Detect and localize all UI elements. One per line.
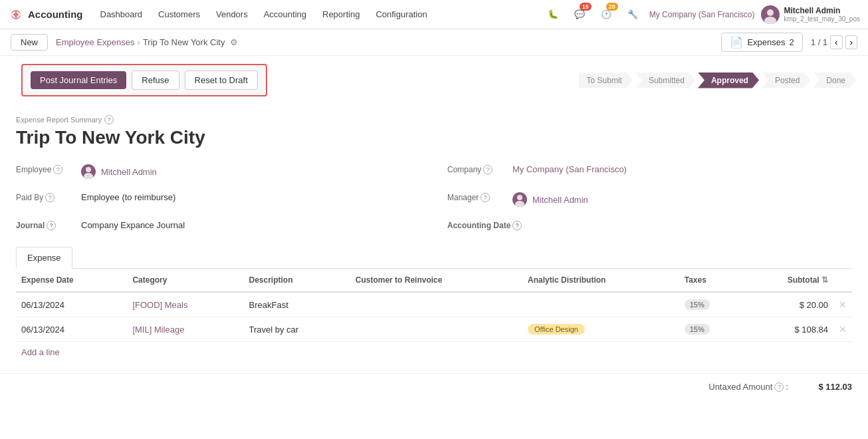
- row2-analytic-badge[interactable]: Office Design: [528, 324, 585, 335]
- user-menu[interactable]: Mitchell Admin kmp_2_test_may_30_pos: [761, 5, 860, 24]
- manager-avatar: [512, 192, 527, 207]
- chat-badge: 15: [580, 3, 592, 11]
- new-button[interactable]: New: [11, 34, 48, 51]
- pagination-info: 1 / 1: [811, 37, 827, 47]
- adjust-columns-icon[interactable]: ⇅: [821, 275, 828, 285]
- untaxed-help-icon[interactable]: ?: [774, 382, 784, 392]
- user-avatar: [761, 5, 780, 24]
- row2-delete-cell: ✕: [833, 317, 852, 342]
- status-to-submit[interactable]: To Submit: [579, 73, 633, 88]
- top-navigation: Accounting Dashboard Customers Vendors A…: [0, 0, 868, 29]
- bug-icon: 🐛: [548, 9, 558, 19]
- post-journal-entries-button[interactable]: Post Journal Entries: [31, 71, 126, 89]
- col-description: Description: [244, 269, 350, 292]
- untaxed-amount-label: Untaxed Amount ? :: [708, 382, 788, 392]
- refuse-button[interactable]: Refuse: [132, 71, 179, 90]
- paid-by-help-icon[interactable]: ?: [45, 193, 54, 202]
- breadcrumb-parent[interactable]: Employee Expenses: [56, 37, 135, 47]
- accounting-date-label: Accounting Date ?: [447, 220, 522, 230]
- row1-delete-button[interactable]: ✕: [839, 299, 847, 310]
- expenses-button[interactable]: 📄 Expenses 2: [721, 33, 802, 52]
- journal-field: Journal ? Company Expance Journal: [16, 218, 421, 233]
- status-pipeline: To Submit Submitted Approved Posted Done: [579, 73, 857, 88]
- col-subtotal: Subtotal ⇅: [742, 269, 833, 292]
- col-actions: [833, 269, 852, 292]
- app-logo[interactable]: Accounting: [8, 7, 83, 23]
- wrench-icon-button[interactable]: 🔧: [623, 5, 643, 25]
- accounting-date-help-icon[interactable]: ?: [512, 221, 522, 230]
- svg-point-1: [764, 17, 776, 24]
- row1-date: 06/13/2024: [16, 292, 127, 317]
- manager-field: Manager ? Mitchell Admin: [447, 190, 852, 210]
- row1-subtotal: $ 20.00: [742, 292, 833, 317]
- form-fields: Employee ? Mitchell Admin Company ? My C…: [16, 162, 852, 233]
- nav-accounting[interactable]: Accounting: [257, 7, 313, 22]
- totals-row: Untaxed Amount ? : $ 112.03: [708, 382, 852, 392]
- clock-badge: 28: [606, 3, 618, 11]
- row2-analytic: Office Design: [522, 317, 679, 342]
- user-name: Mitchell Admin: [784, 6, 860, 15]
- status-posted[interactable]: Posted: [762, 73, 810, 88]
- breadcrumb-bar: New Employee Expenses › Trip To New York…: [0, 29, 868, 56]
- status-done[interactable]: Done: [813, 73, 856, 88]
- manager-help-icon[interactable]: ?: [481, 193, 490, 202]
- employee-field: Employee ? Mitchell Admin: [16, 162, 421, 182]
- row1-delete-cell: ✕: [833, 292, 852, 317]
- nav-menu: Dashboard Customers Vendors Accounting R…: [94, 7, 532, 22]
- nav-customers[interactable]: Customers: [152, 7, 207, 22]
- row1-category[interactable]: [FOOD] Meals: [127, 292, 243, 317]
- nav-dashboard[interactable]: Dashboard: [94, 7, 150, 22]
- row2-delete-button[interactable]: ✕: [839, 324, 847, 335]
- settings-gear-icon[interactable]: ⚙: [230, 37, 238, 47]
- nav-reporting[interactable]: Reporting: [316, 7, 366, 22]
- company-value[interactable]: My Company (San Francisco): [512, 164, 627, 174]
- col-expense-date: Expense Date: [16, 269, 127, 292]
- employee-help-icon[interactable]: ?: [53, 165, 62, 174]
- add-line-button[interactable]: Add a line: [16, 342, 65, 363]
- document-icon: 📄: [730, 36, 743, 49]
- row2-subtotal: $ 108.84: [742, 317, 833, 342]
- pagination-prev-button[interactable]: ‹: [830, 35, 842, 49]
- company-label: Company ?: [447, 164, 507, 174]
- col-analytic: Analytic Distribution: [522, 269, 679, 292]
- company-field: Company ? My Company (San Francisco): [447, 162, 852, 182]
- main-content: Expense Report Summary ? Trip To New Yor…: [0, 104, 868, 373]
- row2-taxes: 15%: [679, 317, 743, 342]
- col-category: Category: [127, 269, 243, 292]
- accounting-date-field: Accounting Date ?: [447, 218, 852, 233]
- employee-label: Employee ?: [16, 164, 76, 174]
- summary-help-icon[interactable]: ?: [104, 115, 114, 124]
- untaxed-amount-value: $ 112.03: [799, 382, 852, 392]
- status-approved[interactable]: Approved: [698, 73, 759, 88]
- breadcrumb-right: 📄 Expenses 2 1 / 1 ‹ ›: [721, 33, 857, 52]
- company-selector[interactable]: My Company (San Francisco): [649, 10, 755, 19]
- col-taxes: Taxes: [679, 269, 743, 292]
- clock-icon-button[interactable]: 🕐 28: [596, 5, 616, 25]
- employee-name[interactable]: Mitchell Admin: [101, 167, 157, 177]
- chat-icon: 💬: [574, 9, 585, 19]
- table-header-row: Expense Date Category Description Custom…: [16, 269, 852, 292]
- row2-category[interactable]: [MIL] Mileage: [127, 317, 243, 342]
- user-info: Mitchell Admin kmp_2_test_may_30_pos: [784, 6, 860, 23]
- nav-configuration[interactable]: Configuration: [369, 7, 433, 22]
- chat-icon-button[interactable]: 💬 15: [570, 5, 590, 25]
- tab-expense[interactable]: Expense: [16, 247, 72, 269]
- svg-point-4: [517, 195, 522, 200]
- employee-avatar: [81, 164, 96, 179]
- pagination-next-button[interactable]: ›: [845, 35, 857, 49]
- pagination: 1 / 1 ‹ ›: [811, 35, 857, 49]
- nav-vendors[interactable]: Vendors: [209, 7, 255, 22]
- report-summary-label: Expense Report Summary ?: [16, 115, 852, 124]
- bug-icon-button[interactable]: 🐛: [543, 5, 563, 25]
- journal-help-icon[interactable]: ?: [47, 221, 56, 230]
- row2-description: Travel by car: [244, 317, 350, 342]
- svg-point-2: [86, 167, 91, 172]
- breadcrumb-separator: ›: [138, 37, 140, 47]
- svg-point-5: [515, 201, 524, 207]
- report-title: Trip To New York City: [16, 127, 852, 148]
- reset-to-draft-button[interactable]: Reset to Draft: [185, 71, 258, 90]
- row1-description: BreakFast: [244, 292, 350, 317]
- company-help-icon[interactable]: ?: [483, 165, 492, 174]
- status-submitted[interactable]: Submitted: [635, 73, 695, 88]
- manager-name[interactable]: Mitchell Admin: [532, 195, 588, 205]
